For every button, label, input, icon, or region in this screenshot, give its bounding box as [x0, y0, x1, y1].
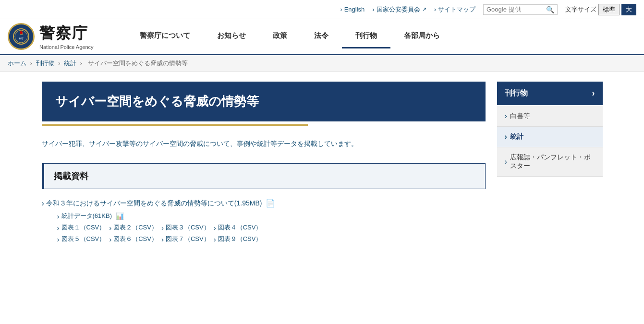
nav-item-laws[interactable]: 法令: [301, 24, 342, 48]
page-title: サイバー空間をめぐる脅威の情勢等: [55, 94, 259, 108]
breadcrumb-sep3: ›: [80, 60, 84, 67]
csv-link-2[interactable]: 図表２（CSV）: [109, 223, 158, 232]
svg-text:察庁: 察庁: [19, 37, 24, 40]
csv-link-3[interactable]: 図表３（CSV）: [161, 223, 210, 232]
content-wrapper: サイバー空間をめぐる脅威の情勢等 サイバー犯罪、サイバー攻撃等のサイバー空間の脅…: [34, 72, 610, 259]
pdf-icon: 📄: [266, 199, 275, 208]
fontsize-standard-button[interactable]: 標準: [598, 4, 620, 15]
sub-links: 統計データ(61KB) 📊: [42, 212, 486, 220]
sidebar-item-pr[interactable]: 広報誌・パンフレット・ポスター: [497, 147, 603, 177]
breadcrumb-current: サイバー空間をめぐる脅威の情勢等: [88, 60, 188, 67]
chevron-right-sidebar-icon: ›: [592, 88, 595, 98]
page-description: サイバー犯罪、サイバー攻撃等のサイバー空間の脅威について、事例や統計等データを掲…: [42, 138, 486, 150]
chevron-right-icon: ›: [340, 6, 342, 13]
search-icon[interactable]: 🔍: [546, 6, 554, 13]
csv-links-row1: 図表１（CSV） 図表２（CSV） 図表３（CSV） 図表４（CSV）: [42, 223, 486, 232]
nav-item-departments[interactable]: 各部局から: [390, 24, 453, 48]
csv-link-6[interactable]: 図表６（CSV）: [109, 235, 158, 243]
xls-icon: 📊: [116, 212, 124, 220]
page-title-box: サイバー空間をめぐる脅威の情勢等: [42, 82, 486, 121]
chevron-right-icon3: ›: [434, 6, 436, 13]
breadcrumb-home[interactable]: ホーム: [8, 60, 26, 67]
nav-item-news[interactable]: お知らせ: [204, 24, 259, 48]
logo-area: 警 察庁 警察庁 National Police Agency: [8, 23, 94, 50]
nav-item-about[interactable]: 警察庁について: [126, 24, 204, 48]
csv-link-7[interactable]: 図表７（CSV）: [161, 235, 210, 243]
site-title-english: National Police Agency: [39, 44, 94, 50]
breadcrumb-sep2: ›: [58, 60, 62, 67]
sidebar-item-stats[interactable]: 統計: [497, 127, 603, 147]
csv-link-9[interactable]: 図表９（CSV）: [214, 235, 262, 243]
english-link[interactable]: › English: [340, 6, 365, 13]
site-title-area: 警察庁 National Police Agency: [39, 23, 94, 50]
font-size-control: 文字サイズ 標準 大: [565, 4, 636, 15]
breadcrumb-publications[interactable]: 刊行物: [36, 60, 55, 67]
csv-links-row2: 図表５（CSV） 図表６（CSV） 図表７（CSV） 図表９（CSV）: [42, 235, 486, 243]
csv-link-5[interactable]: 図表５（CSV）: [57, 235, 106, 243]
sidebar: 刊行物 › 白書等 統計 広報誌・パンフレット・ポスター: [497, 82, 603, 249]
external-icon: ↗: [422, 6, 426, 12]
sitemap-link[interactable]: › サイトマップ: [434, 5, 475, 14]
resource-list: 令和３年におけるサイバー空間をめぐる脅威の情勢等について(1.95MB) 📄 統…: [42, 199, 486, 243]
committee-link[interactable]: › 国家公安委員会 ↗: [372, 5, 426, 14]
site-title-japanese: 警察庁: [39, 23, 94, 44]
main-nav: 警察庁について お知らせ 政策 法令 刊行物 各部局から: [119, 24, 461, 48]
main-resource-link[interactable]: 令和３年におけるサイバー空間をめぐる脅威の情勢等について(1.95MB) 📄: [42, 199, 276, 208]
breadcrumb-sep1: ›: [30, 60, 34, 67]
stats-data-link[interactable]: 統計データ(61KB) 📊: [57, 212, 124, 220]
breadcrumb-stats[interactable]: 統計: [64, 60, 76, 67]
sidebar-item-hakusho[interactable]: 白書等: [497, 106, 603, 127]
svg-point-4: [20, 31, 23, 34]
csv-link-4[interactable]: 図表４（CSV）: [214, 223, 262, 232]
nav-item-policy[interactable]: 政策: [259, 24, 301, 48]
csv-link-1[interactable]: 図表１（CSV）: [57, 223, 106, 232]
search-input[interactable]: [486, 6, 544, 13]
site-header: 警 察庁 警察庁 National Police Agency 警察庁について …: [0, 19, 644, 54]
search-form: 🔍: [483, 4, 558, 15]
sidebar-section-publications[interactable]: 刊行物 ›: [497, 82, 603, 105]
main-resource-item: 令和３年におけるサイバー空間をめぐる脅威の情勢等について(1.95MB) 📄 統…: [42, 199, 486, 243]
npa-badge: 警 察庁: [8, 23, 35, 50]
fontsize-large-button[interactable]: 大: [621, 4, 636, 15]
nav-item-publications[interactable]: 刊行物: [342, 24, 390, 48]
main-content: サイバー空間をめぐる脅威の情勢等 サイバー犯罪、サイバー攻撃等のサイバー空間の脅…: [42, 82, 486, 249]
page-title-underline: [42, 124, 486, 126]
breadcrumb: ホーム › 刊行物 › 統計 › サイバー空間をめぐる脅威の情勢等: [0, 55, 644, 72]
top-bar: › English › 国家公安委員会 ↗ › サイトマップ 🔍 文字サイズ 標…: [0, 0, 644, 19]
section-title: 掲載資料: [42, 163, 486, 189]
chevron-right-icon2: ›: [372, 6, 374, 13]
